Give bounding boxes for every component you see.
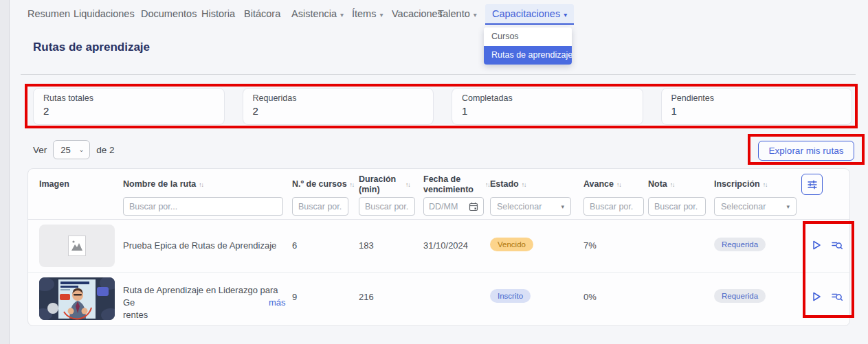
stat-card-requeridas: Requeridas 2 <box>243 88 434 125</box>
play-route-icon[interactable] <box>810 290 823 303</box>
duration-min: 183 <box>359 240 374 251</box>
stat-value: 2 <box>43 105 214 117</box>
nav-item-vacaciones[interactable]: Vacaciones <box>392 8 443 19</box>
stat-label: Completadas <box>462 93 633 103</box>
column-label: Estado <box>490 179 519 189</box>
sort-icon[interactable]: ↑↓ <box>485 181 490 188</box>
column-label: Nota <box>648 179 667 189</box>
enrollment-badge: Requerida <box>714 238 766 251</box>
column-header-fecha: Fecha de vencimiento <box>423 174 481 195</box>
chevron-down-icon: ▾ <box>474 11 477 19</box>
filter-nota-input[interactable] <box>648 197 706 216</box>
leadership-course-image <box>39 277 115 320</box>
column-header-inscripcion: Inscripción↑↓ <box>714 179 767 190</box>
stats-row: Rutas totales 2 Requeridas 2 Completadas… <box>33 88 852 125</box>
sort-icon[interactable]: ↑↓ <box>670 181 675 188</box>
sort-icon[interactable]: ↑↓ <box>522 181 526 188</box>
stat-card-completadas: Completadas 1 <box>452 88 643 125</box>
page-size-select[interactable]: 25 ⌄ <box>53 140 90 159</box>
progress-value: 7% <box>583 240 597 251</box>
stat-label: Requeridas <box>253 93 424 103</box>
sort-icon[interactable]: ↑↓ <box>763 181 768 188</box>
column-label: Fecha de vencimiento <box>423 174 474 194</box>
stat-label: Rutas totales <box>43 93 214 103</box>
learning-paths-table: Imagen Nombre de la ruta↑↓ N.º de cursos… <box>27 168 850 326</box>
courses-count: 9 <box>292 292 297 302</box>
stat-card-rutas-totales: Rutas totales 2 <box>33 88 225 125</box>
nav-item-liquidaciones[interactable]: Liquidaciones <box>74 8 135 19</box>
sort-icon[interactable]: ↑↓ <box>199 181 203 188</box>
table-row: Ruta de Aprendizaje en Liderazgo para Ge… <box>28 272 849 326</box>
page-size-value: 25 <box>60 145 70 155</box>
nav-item-historia[interactable]: Historia <box>201 8 235 19</box>
sliders-icon <box>807 179 818 190</box>
sort-icon[interactable]: ↑↓ <box>350 181 355 188</box>
page-title: Rutas de aprendizaje <box>33 41 150 54</box>
nav-item-items[interactable]: Ítems▾ <box>352 8 383 19</box>
nav-item-asistencia[interactable]: Asistencia▾ <box>291 8 344 19</box>
select-placeholder: Seleccionar <box>721 202 766 211</box>
filter-nombre-input[interactable] <box>123 197 283 216</box>
filter-fecha-date-input[interactable]: DD/MM <box>423 197 484 216</box>
route-name: Prueba Epica de Rutas de Aprendizaje <box>123 240 276 251</box>
play-route-icon[interactable] <box>810 239 823 251</box>
stat-value: 2 <box>253 105 424 117</box>
explore-routes-button[interactable]: Explorar mis rutas <box>758 141 854 161</box>
capacitaciones-dropdown-menu: Cursos Rutas de aprendizaje <box>484 27 572 65</box>
column-label: Nombre de la ruta <box>123 179 196 189</box>
column-settings-button[interactable] <box>801 174 823 195</box>
enrollment-badge: Requerida <box>714 289 766 303</box>
column-label: N.º de cursos <box>292 179 347 189</box>
nav-item-talento[interactable]: Talento▾ <box>438 8 477 19</box>
chevron-down-icon: ▾ <box>786 203 790 210</box>
chevron-down-icon: ▾ <box>340 11 344 19</box>
divider <box>21 74 856 75</box>
filter-estado-select[interactable]: Seleccionar ▾ <box>490 197 571 216</box>
route-name-line1: Ruta de Aprendizaje en Liderazgo para Ge <box>123 285 278 308</box>
column-label: Duración (min) <box>359 174 396 194</box>
chevron-down-icon: ▾ <box>564 11 567 19</box>
column-header-estado: Estado↑↓ <box>490 179 526 190</box>
nav-item-label: Capacitaciones <box>492 8 560 19</box>
table-row: Prueba Epica de Rutas de Aprendizaje 6 1… <box>28 219 849 272</box>
menu-item-rutas-de-aprendizaje[interactable]: Rutas de aprendizaje <box>484 46 572 65</box>
nav-item-resumen[interactable]: Resumen <box>27 8 70 19</box>
route-thumbnail-placeholder <box>39 225 115 267</box>
column-header-nombre: Nombre de la ruta↑↓ <box>123 179 203 190</box>
status-badge: Vencido <box>490 238 533 251</box>
calendar-icon <box>469 202 478 211</box>
chevron-down-icon: ▾ <box>561 203 564 210</box>
page-left-edge <box>0 0 10 344</box>
sort-icon[interactable]: ↑↓ <box>405 181 410 188</box>
view-details-icon[interactable] <box>831 290 843 303</box>
filter-avance-input[interactable] <box>583 197 644 216</box>
sort-icon[interactable]: ↑↓ <box>616 181 621 188</box>
nav-item-documentos[interactable]: Documentos <box>141 8 197 19</box>
route-thumbnail <box>39 277 115 320</box>
column-label: Avance <box>583 179 614 189</box>
filter-cursos-input[interactable] <box>292 197 348 216</box>
route-name: Ruta de Aprendizaje en Liderazgo para Ge… <box>123 284 285 321</box>
menu-item-cursos[interactable]: Cursos <box>484 27 572 46</box>
nav-item-capacitaciones-active[interactable]: Capacitaciones▾ <box>485 4 574 25</box>
courses-count: 6 <box>292 240 297 251</box>
stat-value: 1 <box>671 105 843 117</box>
duration-min: 216 <box>359 292 374 302</box>
select-placeholder: Seleccionar <box>497 202 542 211</box>
nav-item-label: Talento <box>438 8 470 19</box>
nav-item-label: Ítems <box>352 8 376 19</box>
column-header-nota: Nota↑↓ <box>648 179 674 190</box>
filter-duracion-input[interactable] <box>359 197 415 216</box>
view-details-icon[interactable] <box>831 239 843 251</box>
due-date: 31/10/2024 <box>423 240 468 251</box>
nav-item-bitacora[interactable]: Bitácora <box>244 8 280 19</box>
column-header-cursos: N.º de cursos↑↓ <box>292 179 354 190</box>
filter-inscripcion-select[interactable]: Seleccionar ▾ <box>714 197 797 216</box>
show-more-link[interactable]: más <box>269 297 286 308</box>
stat-card-pendientes: Pendientes 1 <box>661 88 853 125</box>
column-header-duracion: Duración (min) <box>359 174 401 195</box>
progress-value: 0% <box>583 292 597 302</box>
stat-label: Pendientes <box>671 93 843 103</box>
pagination-bar: Ver 25 ⌄ de 2 <box>33 140 115 159</box>
status-badge: Inscrito <box>490 289 531 303</box>
